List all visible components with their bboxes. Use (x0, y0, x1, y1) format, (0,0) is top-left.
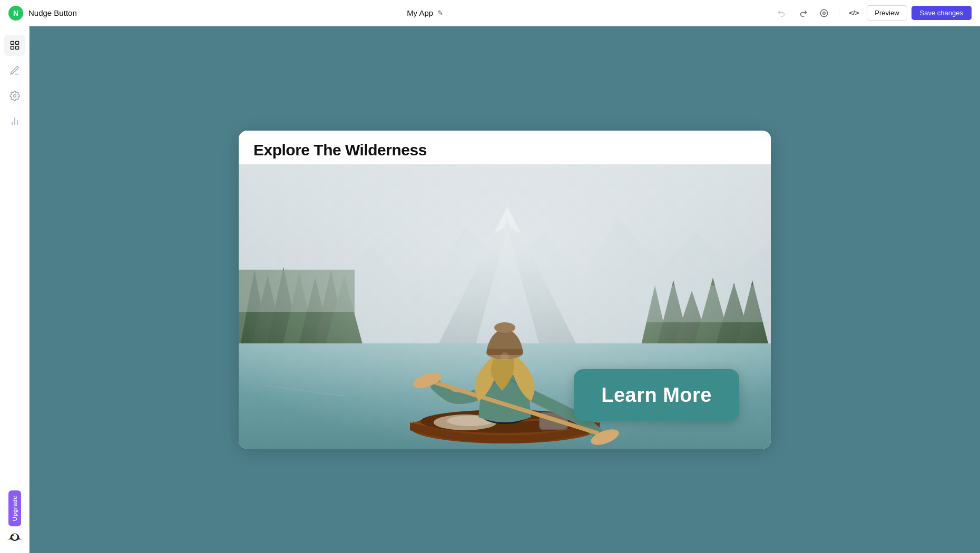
card-title: Explore The Wilderness (253, 141, 756, 159)
svg-rect-2 (11, 42, 14, 45)
svg-point-1 (822, 12, 825, 14)
code-icon: </> (849, 9, 859, 17)
center-title: My App (407, 8, 433, 17)
svg-point-0 (820, 9, 828, 17)
svg-point-12 (12, 535, 14, 536)
topbar: N Nudge Button My App ✎ </> Preview Save… (0, 0, 980, 26)
preview-button[interactable]: Preview (867, 5, 907, 21)
toolbar-divider (839, 8, 839, 18)
sidebar-item-analytics[interactable] (4, 111, 25, 132)
svg-rect-5 (15, 46, 18, 50)
sidebar-item-edit[interactable] (4, 60, 25, 81)
bird-icon[interactable] (7, 530, 22, 545)
main-layout: Upgrade Explore The Wilderness (0, 26, 980, 553)
topbar-right: </> Preview Save changes (773, 5, 972, 21)
topbar-center: My App ✎ (407, 8, 443, 17)
svg-point-59 (501, 352, 509, 361)
svg-point-6 (13, 95, 16, 97)
pointer-button[interactable] (816, 6, 832, 21)
sidebar-item-grid[interactable] (4, 35, 25, 56)
sidebar: Upgrade (0, 26, 30, 553)
logo-letter: N (13, 9, 18, 17)
redo-button[interactable] (795, 6, 811, 21)
upgrade-button[interactable]: Upgrade (8, 490, 21, 526)
card-image-wrapper: Learn More (239, 164, 771, 449)
card-header: Explore The Wilderness (239, 131, 771, 164)
app-logo: N (8, 6, 23, 21)
sidebar-bottom: Upgrade (7, 490, 22, 545)
svg-rect-3 (15, 42, 18, 45)
sidebar-item-settings[interactable] (4, 85, 25, 106)
edit-title-icon[interactable]: ✎ (437, 9, 443, 17)
learn-more-button[interactable]: Learn More (574, 369, 739, 421)
save-button[interactable]: Save changes (912, 6, 972, 20)
svg-point-57 (494, 322, 515, 333)
topbar-left: N Nudge Button (8, 6, 77, 21)
undo-button[interactable] (773, 6, 790, 21)
code-button[interactable]: </> (846, 6, 863, 19)
app-name: Nudge Button (28, 8, 77, 17)
svg-rect-4 (11, 46, 14, 50)
canvas-area: Explore The Wilderness (30, 26, 980, 553)
preview-card: Explore The Wilderness (239, 131, 771, 449)
